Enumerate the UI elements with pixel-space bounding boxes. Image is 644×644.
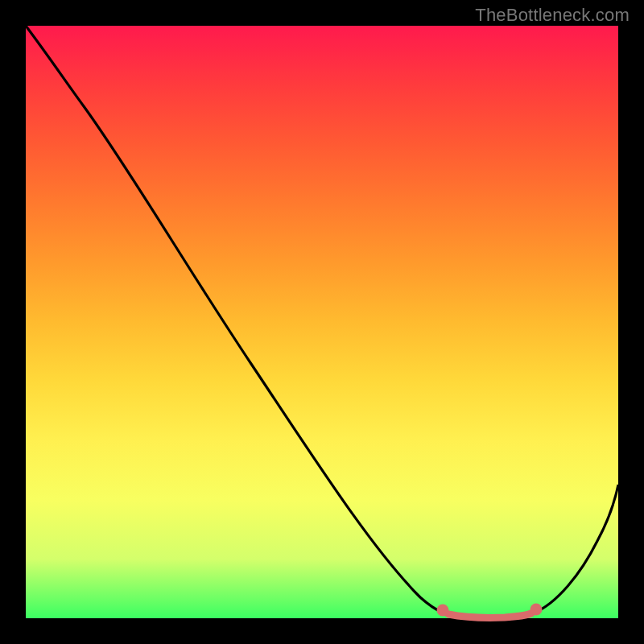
bottleneck-curve-path [26,26,618,617]
valley-marker-right [530,604,543,616]
valley-highlight [448,613,531,617]
chart-frame: TheBottleneck.com [0,0,644,644]
curve-svg [26,26,618,618]
plot-area [26,26,618,618]
valley-marker-left [437,605,449,617]
watermark-text: TheBottleneck.com [475,5,630,26]
